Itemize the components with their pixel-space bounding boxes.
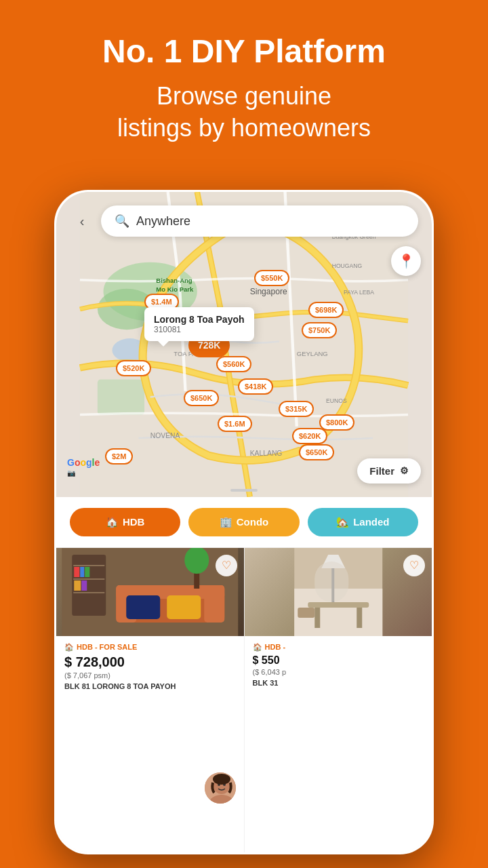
listing-image-1: ♡ — [56, 548, 244, 636]
listing-image-2: ♡ — [245, 548, 432, 636]
listing-price-1: $ 728,000 — [64, 654, 236, 670]
price-pin[interactable]: $620K — [292, 428, 327, 444]
price-pin[interactable]: $315K — [279, 401, 314, 417]
tab-landed[interactable]: 🏡 Landed — [308, 508, 418, 536]
svg-rect-48 — [298, 608, 314, 618]
scroll-indicator — [230, 489, 258, 492]
hdb-icon: 🏠 — [106, 516, 119, 528]
price-pin[interactable]: $2M — [105, 448, 133, 465]
condo-icon: 🏢 — [220, 516, 232, 528]
listing-type-icon-2: 🏠 — [253, 643, 262, 652]
svg-rect-21 — [74, 567, 79, 577]
landed-icon: 🏡 — [336, 516, 349, 528]
listing-card-2[interactable]: ♡ 🏠 HDB - $ 550 ($ 6,043 p BLK 31 — [245, 548, 432, 853]
header-section: No. 1 DIY Platform Browse genuine listin… — [0, 0, 488, 164]
listing-psm-1: ($ 7,067 psm) — [64, 671, 236, 679]
svg-text:NOVENA: NOVENA — [150, 432, 180, 439]
svg-text:Mo Kio Park: Mo Kio Park — [156, 285, 194, 293]
svg-rect-22 — [80, 567, 84, 577]
svg-rect-24 — [74, 580, 81, 591]
svg-rect-19 — [73, 578, 104, 580]
tab-hdb[interactable]: 🏠 HDB — [70, 508, 180, 536]
location-icon: 📍 — [398, 253, 415, 269]
listing-address-2: BLK 31 — [253, 679, 424, 687]
svg-text:HOUGANG: HOUGANG — [332, 262, 363, 269]
svg-text:GEYLANG: GEYLANG — [297, 350, 328, 357]
svg-point-39 — [213, 774, 230, 785]
search-icon: 🔍 — [115, 214, 129, 229]
svg-text:Bishan-Ang: Bishan-Ang — [156, 277, 192, 284]
svg-text:EUNOS: EUNOS — [326, 397, 347, 404]
price-pin[interactable]: $650K — [184, 390, 219, 406]
listing-card-1[interactable]: ♡ 🏠 HDB - FOR SALE $ 728,000 ($ 7,067 ps… — [56, 548, 245, 853]
tooltip-subtitle: 310081 — [154, 325, 245, 334]
svg-rect-18 — [73, 565, 104, 566]
svg-rect-42 — [308, 602, 369, 608]
listing-psm-2: ($ 6,043 p — [253, 668, 424, 676]
heart-icon-2[interactable]: ♡ — [403, 555, 425, 576]
search-bar[interactable]: 🔍 Anywhere — [101, 205, 418, 237]
tooltip-title: Lorong 8 Toa Payoh — [154, 314, 245, 325]
phone-mockup: Bishan-Ang Mo Kio Park Singapore TOA PAY… — [54, 190, 434, 854]
google-text: Google — [67, 457, 100, 468]
price-pin[interactable]: $418K — [238, 378, 273, 395]
map-tooltip: Lorong 8 Toa Payoh 310081 — [144, 307, 254, 341]
price-pin[interactable]: $650K — [299, 444, 334, 460]
google-watermark: Google 📷 — [67, 457, 100, 477]
svg-text:Singapore: Singapore — [250, 287, 287, 296]
svg-rect-20 — [73, 592, 104, 593]
condo-label: Condo — [237, 516, 268, 528]
price-pin[interactable]: $1.6M — [218, 416, 252, 432]
price-pin[interactable]: $750K — [302, 322, 337, 338]
hdb-label: HDB — [123, 516, 145, 528]
map-area[interactable]: Bishan-Ang Mo Kio Park Singapore TOA PAY… — [56, 192, 432, 497]
listing-type-1: 🏠 HDB - FOR SALE — [64, 643, 236, 652]
listing-type-2: 🏠 HDB - — [253, 643, 424, 652]
search-bar-container: ‹ 🔍 Anywhere — [70, 205, 418, 237]
listing-price-2: $ 550 — [253, 654, 424, 667]
filter-button[interactable]: Filter ⚙ — [357, 458, 421, 484]
listing-avatar-1 — [203, 771, 237, 805]
header-title: No. 1 DIY Platform — [27, 34, 461, 70]
svg-rect-3 — [98, 380, 144, 415]
listings-area: ♡ 🏠 HDB - FOR SALE $ 728,000 ($ 7,067 ps… — [56, 548, 432, 853]
back-button[interactable]: ‹ — [70, 209, 94, 233]
listing-info-1: 🏠 HDB - FOR SALE $ 728,000 ($ 7,067 psm)… — [56, 636, 244, 697]
svg-rect-44 — [357, 608, 362, 628]
price-pin[interactable]: $800K — [319, 414, 354, 431]
tab-condo[interactable]: 🏢 Condo — [188, 508, 299, 536]
listing-address-1: BLK 81 LORONG 8 TOA PAYOH — [64, 682, 236, 690]
filter-label: Filter — [369, 465, 394, 477]
price-pin[interactable]: $698K — [308, 302, 344, 318]
svg-rect-23 — [85, 567, 89, 577]
tooltip-arrow — [158, 341, 169, 347]
svg-rect-47 — [314, 561, 348, 602]
search-input-value: Anywhere — [136, 214, 190, 229]
price-pin[interactable]: $560K — [216, 356, 251, 372]
svg-rect-30 — [126, 595, 160, 619]
svg-rect-43 — [314, 608, 320, 628]
price-pin[interactable]: $550K — [254, 270, 289, 286]
svg-text:PAYA LEBA: PAYA LEBA — [344, 289, 374, 296]
category-tabs: 🏠 HDB 🏢 Condo 🏡 Landed — [56, 497, 432, 548]
header-subtitle: Browse genuine listings by homeowners — [27, 81, 461, 144]
location-button[interactable]: 📍 — [391, 246, 421, 276]
heart-icon-1[interactable]: ♡ — [216, 555, 237, 576]
svg-text:KALLANG: KALLANG — [250, 450, 283, 457]
svg-rect-25 — [81, 580, 87, 591]
landed-label: Landed — [353, 516, 389, 528]
price-pin[interactable]: $520K — [116, 360, 151, 376]
listing-info-2: 🏠 HDB - $ 550 ($ 6,043 p BLK 31 — [245, 636, 432, 694]
filter-icon: ⚙ — [400, 465, 409, 476]
svg-rect-31 — [167, 595, 201, 619]
listing-type-icon-1: 🏠 — [64, 643, 74, 652]
